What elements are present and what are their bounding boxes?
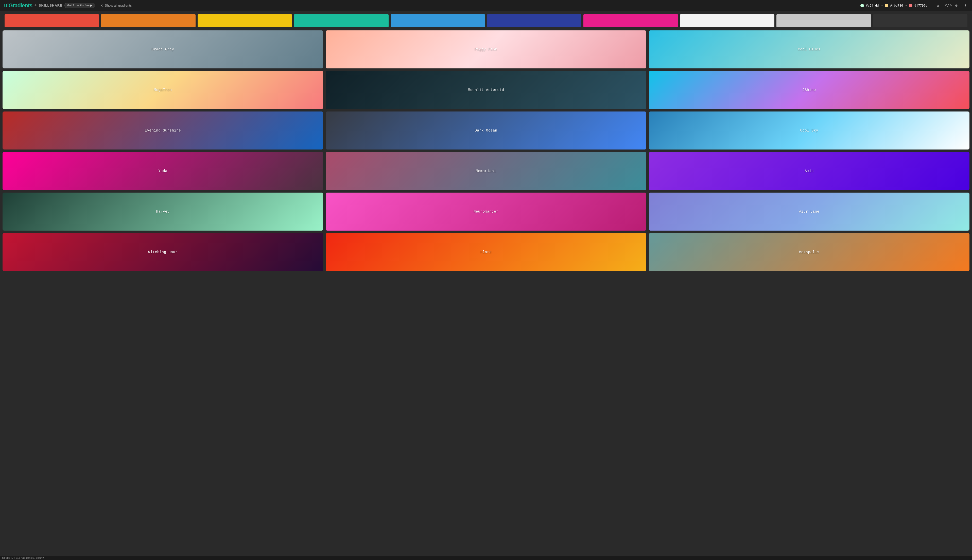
skillshare-text: SKILLSHARE [39, 3, 62, 7]
gradient-title-harvey: Harvey [156, 210, 169, 213]
arrow-1: → [881, 4, 882, 7]
gradient-card-megatron[interactable]: MegaTron [3, 71, 323, 109]
add-icon[interactable]: ⊕ [954, 3, 959, 8]
filter-btn-yellow[interactable] [197, 14, 292, 27]
gradient-card-witching-hour[interactable]: Witching Hour [3, 233, 323, 271]
gradient-card-dark-ocean[interactable]: Dark Ocean [326, 112, 646, 150]
filter-btn-dark-blue[interactable] [487, 14, 581, 27]
close-icon: ✕ [100, 3, 103, 8]
show-all-label: Show all gradients [105, 3, 132, 7]
code-icon[interactable]: </> [945, 3, 950, 8]
gradient-title-cool-sky: Cool Sky [800, 128, 818, 133]
gradient-card-harvey[interactable]: Harvey [3, 193, 323, 231]
url-display: https://uigradients.com/# [2, 556, 44, 560]
gradient-card-yoda[interactable]: Yoda [3, 152, 323, 190]
gradient-title-amin: Amin [805, 169, 814, 173]
gradient-card-neuromancer[interactable]: Neuromancer [326, 193, 646, 231]
gradient-title-metapolis: Metapolis [799, 250, 819, 254]
gradient-title-flare: Flare [480, 250, 492, 254]
gradient-card-grade-grey[interactable]: Grade Grey [3, 30, 323, 68]
gradient-card-cool-sky[interactable]: Cool Sky [649, 112, 969, 150]
filter-btn-white[interactable] [680, 14, 775, 27]
gradient-title-neuromancer: Neuromancer [473, 210, 499, 213]
logo-area: uiGradients + SKILLSHARE Get 2 months fr… [4, 2, 95, 9]
gradient-title-witching-hour: Witching Hour [148, 250, 177, 254]
filter-btn-dark-gray[interactable] [873, 14, 967, 27]
gradient-card-jshine[interactable]: JShine [649, 71, 969, 109]
preview-color-3: #f7797d [914, 4, 927, 7]
gradient-card-cool-blues[interactable]: Cool Blues [649, 30, 969, 68]
gradient-title-grade-grey: Grade Grey [151, 47, 174, 52]
skillshare-badge[interactable]: Get 2 months free ▶ [64, 3, 95, 8]
filter-btn-light-gray[interactable] [776, 14, 871, 27]
logo-plus: + [34, 3, 37, 8]
show-all-button[interactable]: ✕ Show all gradients [100, 3, 132, 8]
gradient-card-evening-sunshine[interactable]: Evening Sunshine [3, 112, 323, 150]
logo-text: uiGradients [4, 2, 32, 9]
filter-btn-orange[interactable] [101, 14, 195, 27]
preview-color-2: #fbd786 [890, 4, 903, 7]
gradient-grid: Grade GreyPiggy PinkCool BluesMegaTronMo… [0, 30, 972, 274]
download-icon[interactable]: ⬇ [963, 3, 968, 8]
filter-btn-green[interactable] [294, 14, 388, 27]
gradient-title-evening-sunshine: Evening Sunshine [145, 128, 181, 133]
gradient-title-jshine: JShine [802, 88, 816, 92]
status-bar: https://uigradients.com/# [0, 556, 972, 560]
preview-dot-3 [909, 4, 912, 7]
filter-btn-red[interactable] [5, 14, 99, 27]
gradient-title-megatron: MegaTron [154, 88, 172, 92]
gradient-card-piggy-pink[interactable]: Piggy Pink [326, 30, 646, 68]
gradient-title-yoda: Yoda [158, 169, 167, 173]
header-icons: ↺ </> ⊕ ⬇ [935, 3, 968, 8]
refresh-icon[interactable]: ↺ [935, 3, 940, 8]
filter-btn-light-blue[interactable] [391, 14, 485, 27]
gradient-title-dark-ocean: Dark Ocean [475, 128, 497, 133]
preview-color-1: #c6ffdd [866, 4, 879, 7]
gradient-card-metapolis[interactable]: Metapolis [649, 233, 969, 271]
gradient-card-moonlit-asteroid[interactable]: Moonlit Asteroid [326, 71, 646, 109]
gradient-card-flare[interactable]: Flare [326, 233, 646, 271]
gradient-title-azur-lane: Azur Lane [799, 210, 819, 213]
gradient-title-moonlit-asteroid: Moonlit Asteroid [468, 88, 504, 92]
filter-btn-pink[interactable] [584, 14, 678, 27]
gradient-card-azur-lane[interactable]: Azur Lane [649, 193, 969, 231]
gradient-card-memariani[interactable]: Memariani [326, 152, 646, 190]
gradient-title-piggy-pink: Piggy Pink [475, 47, 497, 52]
preview-dot-2 [885, 4, 888, 7]
arrow-2: → [905, 4, 907, 7]
gradient-preview-bar: #c6ffdd → #fbd786 → #f7797d [860, 4, 927, 7]
filter-bar [0, 11, 972, 30]
gradient-title-memariani: Memariani [476, 169, 496, 173]
gradient-title-cool-blues: Cool Blues [798, 47, 820, 52]
preview-dot-1 [860, 4, 864, 7]
gradient-card-amin[interactable]: Amin [649, 152, 969, 190]
header: uiGradients + SKILLSHARE Get 2 months fr… [0, 0, 972, 11]
